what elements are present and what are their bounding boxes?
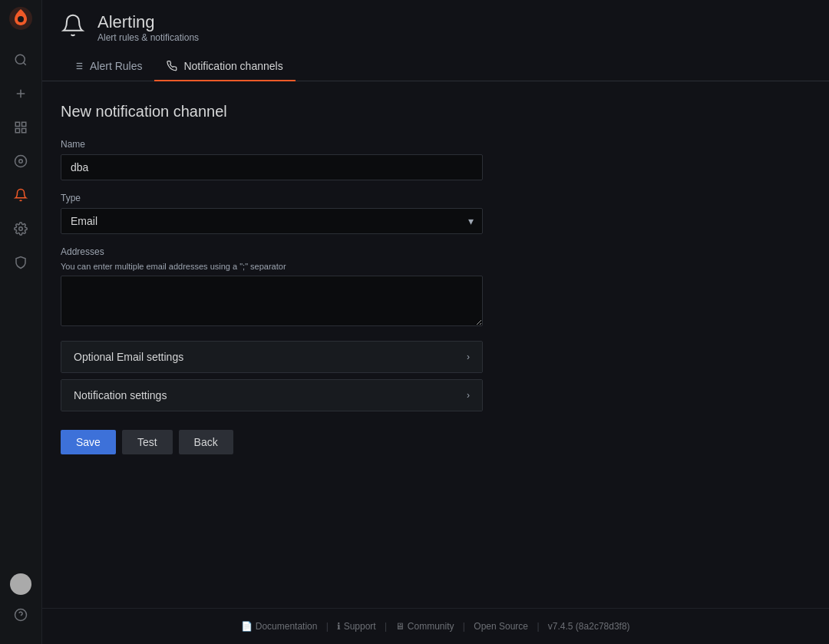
addresses-label: Addresses: [61, 246, 638, 257]
svg-point-2: [15, 54, 25, 64]
svg-point-8: [19, 160, 23, 163]
add-nav-icon[interactable]: [5, 78, 36, 109]
type-select[interactable]: Email Slack PagerDuty Webhook OpsGenie V…: [61, 208, 483, 234]
back-button[interactable]: Back: [179, 430, 233, 454]
app-logo[interactable]: [8, 6, 33, 31]
search-nav-icon[interactable]: [5, 45, 36, 75]
main-content: Alerting Alert rules & notifications Ale…: [42, 0, 829, 644]
svg-rect-4: [22, 122, 26, 126]
footer-version: v7.4.5 (8a2c78d3f8): [548, 621, 630, 632]
save-button[interactable]: Save: [61, 430, 116, 454]
addresses-hint: You can enter multiple email addresses u…: [61, 262, 638, 271]
tab-notification-channels-label: Notification channels: [183, 60, 282, 72]
settings-nav-icon[interactable]: [5, 213, 36, 244]
page-footer: 📄 Documentation | ℹ Support | 🖥 Communit…: [42, 608, 829, 644]
footer-documentation-link[interactable]: Documentation: [256, 621, 318, 632]
notification-settings-label: Notification settings: [74, 389, 167, 401]
help-nav-icon[interactable]: [5, 599, 36, 630]
footer-support-link[interactable]: Support: [344, 621, 376, 632]
test-button[interactable]: Test: [122, 430, 173, 454]
page-title: New notification channel: [61, 103, 638, 121]
svg-point-7: [15, 156, 27, 167]
header-subtitle: Alert rules & notifications: [97, 32, 199, 43]
optional-email-chevron-icon: ›: [467, 352, 470, 362]
footer-opensource-link[interactable]: Open Source: [474, 621, 528, 632]
notification-settings-chevron-icon: ›: [467, 390, 470, 401]
notification-settings-toggle[interactable]: Notification settings ›: [61, 380, 482, 411]
svg-point-1: [18, 16, 24, 22]
tabs-bar: Alert Rules Notification channels: [42, 52, 829, 81]
svg-point-9: [19, 227, 23, 231]
tab-alert-rules[interactable]: Alert Rules: [61, 52, 154, 81]
explore-nav-icon[interactable]: [5, 146, 36, 177]
name-input[interactable]: [61, 154, 483, 180]
notification-settings-section: Notification settings ›: [61, 379, 483, 411]
optional-email-settings-label: Optional Email settings: [74, 351, 183, 363]
page-header: Alerting Alert rules & notifications: [42, 0, 829, 43]
optional-email-settings-toggle[interactable]: Optional Email settings ›: [61, 342, 482, 372]
name-label: Name: [61, 139, 638, 150]
tab-notification-channels[interactable]: Notification channels: [154, 52, 295, 81]
shield-nav-icon[interactable]: [5, 247, 36, 278]
addresses-field-group: Addresses You can enter multiple email a…: [61, 246, 638, 329]
type-label: Type: [61, 193, 638, 203]
footer-community-icon: 🖥: [395, 621, 405, 632]
form-actions: Save Test Back: [61, 430, 638, 454]
footer-doc-icon: 📄: [241, 621, 253, 632]
header-title: Alerting: [97, 12, 199, 32]
header-text: Alerting Alert rules & notifications: [97, 12, 199, 43]
alerting-header-icon: [61, 13, 85, 43]
tab-alert-rules-label: Alert Rules: [90, 60, 142, 72]
optional-email-settings-section: Optional Email settings ›: [61, 341, 483, 373]
svg-rect-3: [15, 122, 19, 126]
footer-community-link[interactable]: Community: [408, 621, 454, 632]
alerting-nav-icon[interactable]: [5, 180, 36, 210]
addresses-textarea[interactable]: [61, 276, 483, 326]
user-avatar[interactable]: [10, 573, 31, 595]
type-field-group: Type Email Slack PagerDuty Webhook OpsGe…: [61, 193, 638, 234]
footer-support-icon: ℹ: [337, 621, 341, 632]
type-select-wrapper: Email Slack PagerDuty Webhook OpsGenie V…: [61, 208, 483, 234]
sidebar: [0, 0, 42, 644]
name-field-group: Name: [61, 139, 638, 180]
dashboards-nav-icon[interactable]: [5, 112, 36, 143]
svg-rect-5: [22, 129, 26, 133]
page-content: New notification channel Name Type Email…: [42, 81, 656, 476]
svg-rect-6: [15, 129, 19, 133]
